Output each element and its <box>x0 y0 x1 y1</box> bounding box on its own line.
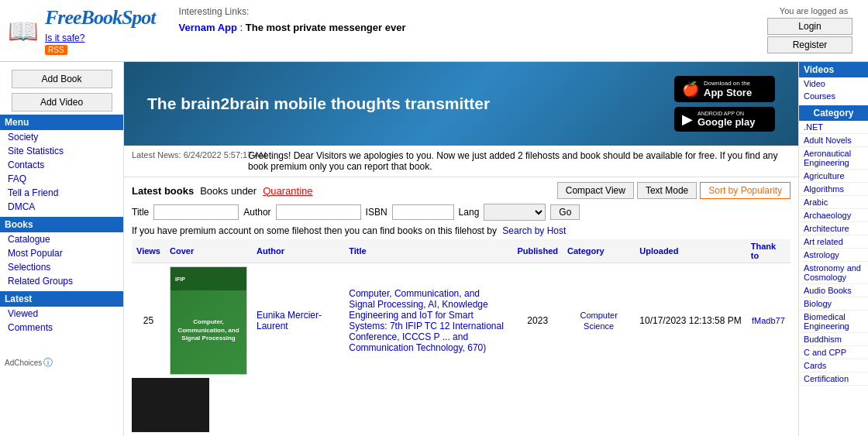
sort-popularity-button[interactable]: Sort by Popularity <box>700 182 790 199</box>
book-title-link[interactable]: Computer, Communication, and Signal Proc… <box>349 288 504 353</box>
cat-aeronautical-engineering[interactable]: Aeronautical Engineering <box>799 147 868 170</box>
book-views: 25 <box>132 263 165 379</box>
latest-books-title: Latest books <box>132 185 194 197</box>
logo-text[interactable]: FreeBookSpot <box>45 6 156 29</box>
cat-archaeology[interactable]: Archaeology <box>799 209 868 222</box>
books-under-label: Books under <box>200 185 257 197</box>
title-label: Title <box>132 207 149 218</box>
lang-label: Lang <box>459 207 480 218</box>
col-cover[interactable]: Cover <box>165 239 252 263</box>
table-row: 25 IFIP Computer, Communication, and Sig… <box>132 263 790 379</box>
add-video-button[interactable]: Add Video <box>12 93 112 112</box>
author-input[interactable] <box>276 204 361 220</box>
play-icon: ▶ <box>682 111 693 128</box>
isbn-input[interactable] <box>392 204 454 220</box>
interesting-links: Interesting Links: Vernam App : The most… <box>179 6 767 33</box>
cat-algorithms[interactable]: Algorithms <box>799 183 868 196</box>
sidebar-item-catalogue[interactable]: Catalogue <box>0 232 123 246</box>
appstore-button[interactable]: 🍎 Download on the App Store <box>674 76 775 102</box>
author-link[interactable]: Eunika Mercier-Laurent <box>257 310 322 331</box>
cover-image[interactable]: IFIP Computer, Communication, and Signal… <box>170 266 247 375</box>
sidebar-item-related-groups[interactable]: Related Groups <box>0 274 123 288</box>
book-cover: IFIP Computer, Communication, and Signal… <box>165 263 252 379</box>
main-layout: Add Book Add Video Menu Society Site Sta… <box>0 62 868 436</box>
courses-link[interactable]: Courses <box>799 90 868 102</box>
category-link[interactable]: Computer Science <box>580 311 618 331</box>
cat-net[interactable]: .NET <box>799 121 868 134</box>
title-input[interactable] <box>153 204 239 220</box>
sidebar-item-most-popular[interactable]: Most Popular <box>0 246 123 260</box>
banner: The brain2brain mobile thoughts transmit… <box>124 62 798 146</box>
view-buttons: Compact View Text Mode Sort by Popularit… <box>557 182 790 199</box>
col-uploaded[interactable]: Uploaded <box>635 239 746 263</box>
vernam-colon: : <box>237 22 246 33</box>
adchoices-icon: ⓘ <box>43 356 53 369</box>
cat-certification[interactable]: Certification <box>799 372 868 386</box>
vernam-link[interactable]: Vernam App <box>179 22 237 33</box>
sidebar-item-society[interactable]: Society <box>0 130 123 144</box>
go-button[interactable]: Go <box>550 204 580 220</box>
banner-store-buttons: 🍎 Download on the App Store ▶ ANDROID AP… <box>674 76 775 132</box>
sidebar-item-viewed[interactable]: Viewed <box>0 307 123 321</box>
sidebar-item-comments[interactable]: Comments <box>0 321 123 335</box>
sidebar-item-dmca[interactable]: DMCA <box>0 200 123 214</box>
compact-view-button[interactable]: Compact View <box>557 182 634 199</box>
search-by-host-link[interactable]: Search by Host <box>502 225 566 236</box>
cat-astrology[interactable]: Astrology <box>799 249 868 262</box>
book-thank-to: fMadb77 <box>746 263 790 379</box>
lang-select[interactable] <box>484 204 546 221</box>
logo-area: 📖 FreeBookSpot Is it safe? RSS <box>8 6 156 55</box>
sidebar-item-tell-a-friend[interactable]: Tell a Friend <box>0 186 123 200</box>
appstore-name: App Store <box>704 87 752 98</box>
col-category[interactable]: Category <box>563 239 635 263</box>
cat-c-and-cpp[interactable]: C and CPP <box>799 346 868 359</box>
cat-buddhism[interactable]: Buddhism <box>799 333 868 346</box>
sidebar-item-selections[interactable]: Selections <box>0 260 123 274</box>
cat-astronomy-cosmology[interactable]: Astronomy and Cosmology <box>799 262 868 284</box>
col-title[interactable]: Title <box>344 239 512 263</box>
interesting-links-label: Interesting Links: <box>179 6 250 17</box>
auth-label: You are logged as <box>767 6 860 15</box>
books-table: Views Cover Author Title Published Categ… <box>132 239 790 432</box>
register-button[interactable]: Register <box>767 36 852 53</box>
adchoices: AdChoices ⓘ <box>0 350 123 376</box>
col-views[interactable]: Views <box>132 239 165 263</box>
cat-architecture[interactable]: Architecture <box>799 222 868 235</box>
book-cover-2 <box>132 378 209 432</box>
book-category: Computer Science <box>563 263 635 379</box>
news-date: Latest News: 6/24/2022 5:57:17 AM <box>132 150 240 172</box>
cat-biomedical-engineering[interactable]: Biomedical Engineering <box>799 311 868 333</box>
safe-link[interactable]: Is it safe? <box>45 33 156 43</box>
quarantine-link[interactable]: Quarantine <box>263 185 312 197</box>
col-author[interactable]: Author <box>252 239 344 263</box>
header: 📖 FreeBookSpot Is it safe? RSS Interesti… <box>0 0 868 62</box>
thank-to-link[interactable]: fMadb77 <box>752 316 785 325</box>
video-link[interactable]: Video <box>799 77 868 90</box>
googleplay-button[interactable]: ▶ ANDROID APP ON Google play <box>674 107 775 132</box>
cat-adult-novels[interactable]: Adult Novels <box>799 134 868 147</box>
logo-links: Is it safe? RSS <box>45 33 156 55</box>
cat-arabic[interactable]: Arabic <box>799 196 868 209</box>
rss-badge[interactable]: RSS <box>45 45 67 55</box>
book-author: Eunika Mercier-Laurent <box>252 263 344 379</box>
sidebar-item-faq[interactable]: FAQ <box>0 172 123 186</box>
table-row-2 <box>132 378 790 432</box>
sidebar-item-site-statistics[interactable]: Site Statistics <box>0 144 123 158</box>
login-button[interactable]: Login <box>767 18 852 35</box>
news-text: Greetings! Dear Visitors we apologies to… <box>248 150 790 172</box>
books-section-title: Books <box>0 217 123 232</box>
cat-biology[interactable]: Biology <box>799 297 868 311</box>
appstore-label: Download on the <box>704 80 752 87</box>
add-book-button[interactable]: Add Book <box>12 70 112 88</box>
sidebar-item-contacts[interactable]: Contacts <box>0 158 123 172</box>
cat-art-related[interactable]: Art related <box>799 235 868 249</box>
right-sidebar: Videos Video Courses Category .NET Adult… <box>798 62 868 436</box>
text-mode-button[interactable]: Text Mode <box>637 182 697 199</box>
cat-audio-books[interactable]: Audio Books <box>799 284 868 297</box>
vernam-desc: The most private messenger ever <box>246 22 406 33</box>
cat-agriculture[interactable]: Agriculture <box>799 170 868 183</box>
googleplay-name: Google play <box>698 116 755 128</box>
col-published[interactable]: Published <box>512 239 563 263</box>
col-thank-to[interactable]: Thank to <box>746 239 790 263</box>
cat-cards[interactable]: Cards <box>799 359 868 372</box>
